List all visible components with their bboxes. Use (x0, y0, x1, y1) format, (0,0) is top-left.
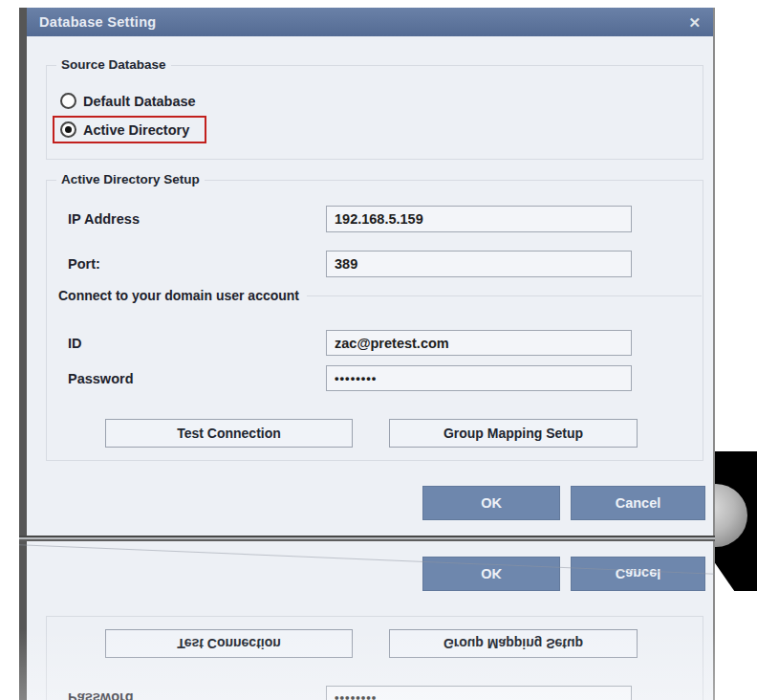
ip-address-label: IP Address (68, 211, 140, 227)
id-label: ID (68, 336, 82, 351)
dialog-body: Source Database Default Database Active … (27, 36, 713, 536)
account-section-rule (307, 295, 702, 296)
reflection-dialog: Database Setting ✕ Source Database Defau… (19, 541, 715, 700)
titlebar: Database Setting ✕ (27, 8, 713, 36)
separator (19, 536, 715, 541)
account-section-header: Connect to your domain user account (58, 288, 702, 303)
ip-address-input[interactable] (326, 206, 632, 232)
source-database-legend: Source Database (56, 57, 171, 72)
group-mapping-setup-button[interactable]: Group Mapping Setup (389, 419, 638, 448)
radio-dot (65, 126, 72, 133)
reflection-cancel-button: Cancel (571, 557, 705, 591)
close-icon[interactable]: ✕ (685, 13, 703, 32)
ad-setup-group: Active Directory Setup IP Address Port: … (46, 180, 703, 461)
radio-unselected-icon (60, 93, 76, 109)
radio-label: Default Database (83, 94, 196, 109)
reflection-dialog-body: Source Database Default Database Active … (27, 541, 713, 700)
test-connection-button[interactable]: Test Connection (105, 419, 353, 448)
radio-option-default-database[interactable]: Default Database (60, 93, 196, 109)
reflection-test-connection-button: Test Connection (105, 629, 353, 658)
reflection-ad-setup-group: Active Directory Setup IP Address Port: … (46, 616, 703, 700)
port-label: Port: (68, 256, 100, 272)
port-input[interactable] (326, 251, 632, 277)
radio-selected-icon (60, 121, 76, 138)
ok-button[interactable]: OK (422, 486, 560, 520)
highlight-box: Active Directory (53, 116, 206, 143)
reflection-ok-button: OK (422, 557, 560, 591)
password-label: Password (68, 371, 134, 386)
dialog: Database Setting ✕ Source Database Defau… (19, 8, 715, 536)
ad-setup-legend: Active Directory Setup (56, 172, 205, 186)
reflection-group-mapping-setup-button: Group Mapping Setup (389, 629, 638, 658)
source-database-group: Source Database Default Database Active … (46, 65, 703, 160)
radio-option-active-directory[interactable]: Active Directory (60, 121, 189, 138)
reflection-password-label: Password (68, 690, 134, 700)
id-input[interactable] (326, 330, 632, 356)
dialog-title: Database Setting (39, 14, 685, 30)
reflection: Database Setting ✕ Source Database Defau… (19, 541, 715, 700)
radio-label: Active Directory (83, 122, 189, 138)
reflection-password-input (326, 686, 632, 700)
screenshot-stage: Database Setting ✕ Source Database Defau… (0, 0, 757, 700)
cancel-button[interactable]: Cancel (571, 486, 705, 520)
password-input[interactable] (326, 365, 632, 391)
account-section-title: Connect to your domain user account (58, 288, 299, 303)
